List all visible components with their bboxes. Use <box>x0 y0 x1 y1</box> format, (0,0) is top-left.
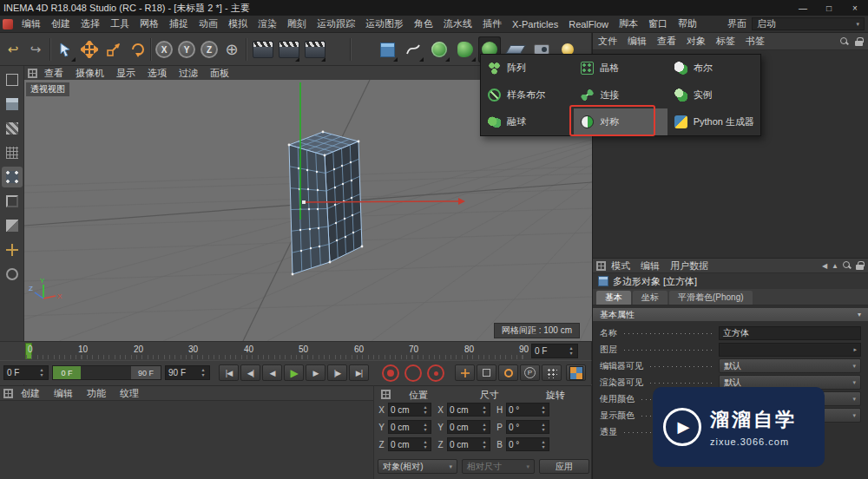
record-rotation-toggle[interactable] <box>498 364 518 381</box>
menu-help[interactable]: 帮助 <box>673 17 702 30</box>
render-to-picture-viewer-button[interactable] <box>278 36 300 62</box>
tab-basic[interactable]: 基本 <box>596 291 631 305</box>
layout-dropdown[interactable]: 启动 ▾ <box>752 17 865 30</box>
make-editable-button[interactable] <box>2 69 23 90</box>
menu-item-lattice[interactable]: 晶格 <box>574 55 667 82</box>
next-key-button[interactable]: |▶ <box>327 364 347 381</box>
menu-snap[interactable]: 捕捉 <box>164 17 194 30</box>
spinner[interactable]: ▴▾ <box>540 404 547 416</box>
menu-create[interactable]: 创建 <box>46 17 76 30</box>
subdivision-surface-button[interactable] <box>428 36 450 62</box>
timeline-window-button[interactable] <box>566 364 586 381</box>
record-keyframe-button[interactable] <box>382 364 399 382</box>
menu-item-connect[interactable]: 连接 <box>574 82 667 108</box>
keyframe-selection-button[interactable] <box>427 364 444 382</box>
search-icon[interactable] <box>843 261 852 270</box>
position-z-field[interactable]: 0 cm▴▾ <box>388 437 431 451</box>
panel-grid-icon[interactable] <box>3 389 13 398</box>
menu-pipeline[interactable]: 流水线 <box>438 17 477 30</box>
spinner[interactable]: ▴▾ <box>481 422 488 433</box>
menu-sculpt[interactable]: 雕刻 <box>282 17 312 30</box>
range-start-field[interactable]: 0 F ▴▾ <box>3 365 49 380</box>
spinner[interactable]: ▴▾ <box>540 439 547 450</box>
menu-realflow[interactable]: RealFlow <box>563 19 614 30</box>
model-mode-button[interactable] <box>2 94 23 115</box>
spline-pen-button[interactable] <box>402 36 424 62</box>
frame-spinner[interactable]: ▴▾ <box>568 345 575 357</box>
rotation-h-field[interactable]: 0 °▴▾ <box>506 403 549 417</box>
history-up-icon[interactable]: ▲ <box>832 262 838 270</box>
timeline-ruler[interactable]: 0 10 20 30 40 50 60 70 80 90 0 F ▴▾ <box>0 341 592 360</box>
move-tool-button[interactable] <box>78 36 101 62</box>
menu-item-spline-mask[interactable]: 样条布尔 <box>481 82 574 108</box>
rotate-tool-button[interactable] <box>127 36 149 62</box>
viewport-menu-cameras[interactable]: 摄像机 <box>70 67 109 80</box>
menu-item-array[interactable]: 阵列 <box>481 55 574 82</box>
material-menu-texture[interactable]: 纹理 <box>114 387 145 400</box>
record-scale-toggle[interactable] <box>477 364 496 381</box>
spinner[interactable]: ▴▾ <box>422 404 429 416</box>
edges-mode-button[interactable] <box>2 191 23 212</box>
menu-render[interactable]: 渲染 <box>253 17 282 30</box>
render-view-button[interactable] <box>252 36 274 62</box>
menu-item-metaball[interactable]: 融球 <box>481 108 574 135</box>
tab-coordinates[interactable]: 坐标 <box>633 291 667 305</box>
record-parameter-toggle[interactable]: P <box>520 364 540 381</box>
render-settings-button[interactable] <box>304 36 326 62</box>
name-field[interactable]: 立方体 <box>719 326 861 340</box>
range-slider-end[interactable]: 90 F <box>131 366 161 379</box>
rotation-p-field[interactable]: 0 °▴▾ <box>506 420 549 434</box>
points-mode-button[interactable] <box>2 167 23 187</box>
previous-key-button[interactable]: ◀| <box>240 364 260 381</box>
layer-field[interactable]: ▸ <box>719 343 861 357</box>
menu-item-symmetry[interactable]: 对称 <box>574 108 667 135</box>
spinner[interactable]: ▴▾ <box>422 422 429 433</box>
size-z-field[interactable]: 0 cm▴▾ <box>447 437 490 451</box>
range-end-field[interactable]: 90 F ▴▾ <box>165 365 210 380</box>
position-x-field[interactable]: 0 cm▴▾ <box>388 403 431 417</box>
enable-axis-button[interactable] <box>2 240 23 260</box>
previous-frame-button[interactable]: ◀ <box>262 364 282 381</box>
menu-item-boole[interactable]: 布尔 <box>667 55 760 82</box>
record-position-toggle[interactable] <box>455 364 475 381</box>
menu-xparticles[interactable]: X-Particles <box>507 19 563 30</box>
redo-button[interactable]: ↪ <box>24 36 47 62</box>
z-axis-lock-button[interactable]: Z <box>198 36 220 62</box>
range-end-spinner[interactable]: ▴▾ <box>200 367 207 378</box>
spinner[interactable]: ▴▾ <box>481 404 488 416</box>
material-menu-create[interactable]: 创建 <box>15 387 46 400</box>
rotation-b-field[interactable]: 0 °▴▾ <box>506 437 549 451</box>
apply-button[interactable]: 应用 <box>539 459 589 474</box>
menu-tools[interactable]: 工具 <box>105 17 135 30</box>
viewport-menu-panel[interactable]: 面板 <box>205 67 234 80</box>
close-button[interactable]: × <box>842 0 868 16</box>
menu-character[interactable]: 角色 <box>409 17 438 30</box>
am-menu-mode[interactable]: 模式 <box>606 259 635 272</box>
texture-mode-button[interactable] <box>2 118 23 139</box>
menu-plugins[interactable]: 插件 <box>477 17 507 30</box>
om-menu-view[interactable]: 查看 <box>652 35 681 48</box>
history-back-icon[interactable]: ◀ <box>822 262 827 270</box>
frame-range-slider[interactable]: 0 F 90 F <box>52 365 161 380</box>
viewport-menu-view[interactable]: 查看 <box>39 67 69 80</box>
go-to-start-button[interactable]: |◀ <box>219 364 239 381</box>
polygons-mode-button[interactable] <box>2 215 23 236</box>
lock-icon[interactable] <box>855 37 863 46</box>
am-menu-userdata[interactable]: 用户数据 <box>665 259 713 272</box>
viewport-menu-filter[interactable]: 过滤 <box>174 67 203 80</box>
live-selection-button[interactable] <box>54 36 76 62</box>
menu-window[interactable]: 窗口 <box>643 17 673 30</box>
tab-phong[interactable]: 平滑着色(Phong) <box>669 291 753 305</box>
viewport-menu-display[interactable]: 显示 <box>111 67 141 80</box>
range-start-spinner[interactable]: ▴▾ <box>38 367 45 378</box>
range-slider-start[interactable]: 0 F <box>53 366 81 379</box>
search-icon[interactable] <box>840 37 849 46</box>
position-y-field[interactable]: 0 cm▴▾ <box>388 420 431 434</box>
spinner[interactable]: ▴▾ <box>422 439 429 450</box>
size-y-field[interactable]: 0 cm▴▾ <box>447 420 490 434</box>
viewport-menu-options[interactable]: 选项 <box>142 67 172 80</box>
menu-mesh[interactable]: 网格 <box>135 17 164 30</box>
workplane-mode-button[interactable] <box>2 142 23 163</box>
minimize-button[interactable]: — <box>790 0 816 16</box>
om-menu-edit[interactable]: 编辑 <box>622 35 652 48</box>
